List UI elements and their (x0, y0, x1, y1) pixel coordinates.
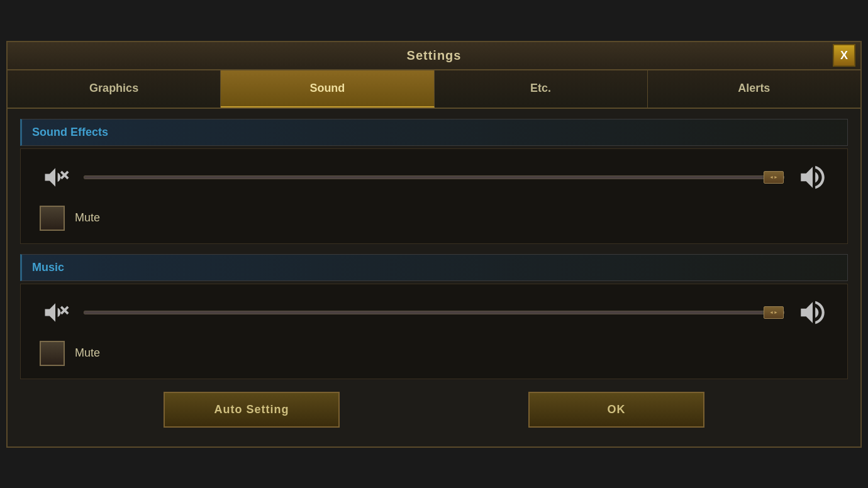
sound-effects-slider[interactable] (84, 175, 784, 179)
title-bar: Settings X (8, 42, 860, 70)
window-title: Settings (407, 48, 462, 62)
music-mute-row: Mute (40, 341, 828, 366)
auto-setting-button[interactable]: Auto Setting (164, 392, 340, 428)
tab-etc[interactable]: Etc. (435, 70, 648, 108)
music-slider-fill (84, 311, 763, 314)
music-slider-handle[interactable] (764, 306, 784, 319)
music-mute-checkbox[interactable] (40, 341, 65, 366)
close-button[interactable]: X (833, 44, 855, 67)
tab-sound[interactable]: Sound (221, 70, 434, 108)
sound-effects-title: Sound Effects (32, 126, 108, 138)
ok-button[interactable]: OK (528, 392, 704, 428)
sound-effects-volume-high-icon (797, 162, 828, 193)
content-area: Sound Effects (8, 119, 860, 446)
tabs-container: Graphics Sound Etc. Alerts (8, 70, 860, 109)
sound-effects-slider-fill (84, 176, 763, 179)
music-slider[interactable] (84, 311, 784, 314)
sound-effects-mute-icon[interactable] (40, 162, 71, 193)
bottom-buttons: Auto Setting OK (20, 379, 848, 434)
tab-graphics[interactable]: Graphics (8, 70, 221, 108)
music-section: Music (20, 254, 848, 379)
music-slider-row (40, 297, 828, 328)
sound-effects-header: Sound Effects (20, 119, 848, 146)
sound-effects-mute-label: Mute (75, 211, 100, 225)
tab-alerts[interactable]: Alerts (648, 70, 860, 108)
sound-effects-body: Mute (20, 148, 848, 244)
sound-effects-mute-checkbox[interactable] (40, 206, 65, 231)
music-mute-icon[interactable] (40, 297, 71, 328)
sound-effects-slider-row (40, 162, 828, 193)
music-title: Music (32, 261, 64, 274)
music-body: Mute (20, 284, 848, 379)
settings-window: Settings X Graphics Sound Etc. Alerts So… (6, 41, 862, 448)
sound-effects-mute-row: Mute (40, 206, 828, 231)
music-header: Music (20, 254, 848, 281)
sound-effects-section: Sound Effects (20, 119, 848, 244)
sound-effects-slider-handle[interactable] (764, 171, 784, 184)
music-volume-high-icon (797, 297, 828, 328)
music-mute-label: Mute (75, 347, 100, 360)
